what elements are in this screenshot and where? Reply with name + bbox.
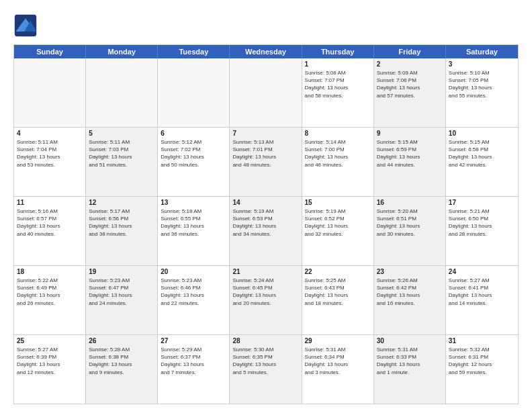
- calendar-cell-23: 23Sunrise: 5:26 AM Sunset: 6:42 PM Dayli…: [374, 266, 446, 334]
- cell-content: Sunrise: 5:13 AM Sunset: 7:01 PM Dayligh…: [232, 138, 298, 169]
- cell-content: Sunrise: 5:11 AM Sunset: 7:04 PM Dayligh…: [17, 138, 83, 169]
- day-number: 21: [232, 268, 298, 275]
- calendar-cell-19: 19Sunrise: 5:23 AM Sunset: 6:47 PM Dayli…: [86, 266, 158, 334]
- calendar-cell-26: 26Sunrise: 5:28 AM Sunset: 6:38 PM Dayli…: [86, 335, 158, 404]
- cell-content: Sunrise: 5:26 AM Sunset: 6:42 PM Dayligh…: [377, 277, 443, 307]
- calendar-cell-1: 1Sunrise: 5:08 AM Sunset: 7:07 PM Daylig…: [302, 58, 374, 127]
- calendar-cell-2: 2Sunrise: 5:09 AM Sunset: 7:06 PM Daylig…: [374, 58, 446, 127]
- day-number: 10: [449, 130, 515, 137]
- day-number: 8: [305, 130, 371, 137]
- header-day-sunday: Sunday: [14, 45, 86, 58]
- header-day-saturday: Saturday: [446, 45, 518, 58]
- cell-content: Sunrise: 5:23 AM Sunset: 6:47 PM Dayligh…: [89, 277, 154, 307]
- header-day-friday: Friday: [374, 45, 446, 58]
- calendar-cell-21: 21Sunrise: 5:24 AM Sunset: 6:45 PM Dayli…: [230, 266, 302, 334]
- calendar-row-3: 18Sunrise: 5:22 AM Sunset: 6:49 PM Dayli…: [14, 266, 518, 335]
- calendar-cell-22: 22Sunrise: 5:25 AM Sunset: 6:43 PM Dayli…: [302, 266, 374, 334]
- day-number: 4: [17, 130, 83, 137]
- day-number: 23: [377, 268, 443, 275]
- calendar-cell-11: 11Sunrise: 5:16 AM Sunset: 6:57 PM Dayli…: [14, 197, 86, 265]
- cell-content: Sunrise: 5:15 AM Sunset: 6:59 PM Dayligh…: [377, 138, 443, 169]
- calendar-cell-20: 20Sunrise: 5:23 AM Sunset: 6:46 PM Dayli…: [158, 266, 230, 334]
- calendar-cell-12: 12Sunrise: 5:17 AM Sunset: 6:56 PM Dayli…: [86, 197, 158, 265]
- cell-content: Sunrise: 5:15 AM Sunset: 6:58 PM Dayligh…: [449, 138, 515, 169]
- cell-content: Sunrise: 5:20 AM Sunset: 6:51 PM Dayligh…: [377, 208, 443, 238]
- day-number: 2: [377, 60, 443, 68]
- calendar-cell-15: 15Sunrise: 5:19 AM Sunset: 6:52 PM Dayli…: [302, 197, 374, 265]
- cell-content: Sunrise: 5:14 AM Sunset: 7:00 PM Dayligh…: [305, 138, 371, 169]
- day-number: 3: [449, 60, 515, 68]
- calendar-cell-24: 24Sunrise: 5:27 AM Sunset: 6:41 PM Dayli…: [446, 266, 518, 334]
- day-number: 25: [17, 337, 83, 345]
- cell-content: Sunrise: 5:22 AM Sunset: 6:49 PM Dayligh…: [17, 277, 83, 307]
- logo-icon: [13, 13, 38, 38]
- cell-content: Sunrise: 5:19 AM Sunset: 6:52 PM Dayligh…: [305, 208, 371, 238]
- calendar-cell-9: 9Sunrise: 5:15 AM Sunset: 6:59 PM Daylig…: [374, 128, 446, 196]
- cell-content: Sunrise: 5:21 AM Sunset: 6:50 PM Dayligh…: [449, 208, 515, 238]
- day-number: 13: [161, 199, 226, 206]
- calendar-cell-28: 28Sunrise: 5:30 AM Sunset: 6:35 PM Dayli…: [230, 335, 302, 404]
- calendar-cell-25: 25Sunrise: 5:27 AM Sunset: 6:39 PM Dayli…: [14, 335, 86, 404]
- calendar-cell-empty: [86, 58, 158, 127]
- cell-content: Sunrise: 5:30 AM Sunset: 6:35 PM Dayligh…: [232, 346, 298, 376]
- calendar-cell-7: 7Sunrise: 5:13 AM Sunset: 7:01 PM Daylig…: [230, 128, 302, 196]
- calendar-row-2: 11Sunrise: 5:16 AM Sunset: 6:57 PM Dayli…: [14, 197, 518, 266]
- calendar-cell-5: 5Sunrise: 5:11 AM Sunset: 7:03 PM Daylig…: [86, 128, 158, 196]
- day-number: 5: [89, 130, 154, 137]
- calendar-cell-27: 27Sunrise: 5:29 AM Sunset: 6:37 PM Dayli…: [158, 335, 230, 404]
- calendar-header: SundayMondayTuesdayWednesdayThursdayFrid…: [14, 45, 518, 58]
- calendar: SundayMondayTuesdayWednesdayThursdayFrid…: [13, 44, 519, 404]
- calendar-cell-empty: [158, 58, 230, 127]
- day-number: 28: [232, 337, 298, 345]
- day-number: 9: [377, 130, 443, 137]
- cell-content: Sunrise: 5:09 AM Sunset: 7:06 PM Dayligh…: [377, 69, 443, 99]
- calendar-cell-empty: [14, 58, 86, 127]
- cell-content: Sunrise: 5:24 AM Sunset: 6:45 PM Dayligh…: [232, 277, 298, 307]
- cell-content: Sunrise: 5:08 AM Sunset: 7:07 PM Dayligh…: [305, 69, 371, 99]
- logo: [13, 13, 40, 38]
- calendar-cell-18: 18Sunrise: 5:22 AM Sunset: 6:49 PM Dayli…: [14, 266, 86, 334]
- calendar-cell-31: 31Sunrise: 5:32 AM Sunset: 6:31 PM Dayli…: [446, 335, 518, 404]
- cell-content: Sunrise: 5:25 AM Sunset: 6:43 PM Dayligh…: [305, 277, 371, 307]
- header-day-thursday: Thursday: [302, 45, 374, 58]
- calendar-cell-13: 13Sunrise: 5:18 AM Sunset: 6:55 PM Dayli…: [158, 197, 230, 265]
- cell-content: Sunrise: 5:27 AM Sunset: 6:41 PM Dayligh…: [449, 277, 515, 307]
- calendar-body: 1Sunrise: 5:08 AM Sunset: 7:07 PM Daylig…: [14, 58, 518, 404]
- cell-content: Sunrise: 5:27 AM Sunset: 6:39 PM Dayligh…: [17, 346, 83, 376]
- day-number: 12: [89, 199, 154, 206]
- day-number: 11: [17, 199, 83, 206]
- page: SundayMondayTuesdayWednesdayThursdayFrid…: [0, 0, 532, 411]
- cell-content: Sunrise: 5:10 AM Sunset: 7:05 PM Dayligh…: [449, 69, 515, 99]
- calendar-cell-3: 3Sunrise: 5:10 AM Sunset: 7:05 PM Daylig…: [446, 58, 518, 127]
- cell-content: Sunrise: 5:32 AM Sunset: 6:31 PM Dayligh…: [449, 346, 515, 376]
- day-number: 24: [449, 268, 515, 275]
- day-number: 22: [305, 268, 371, 275]
- cell-content: Sunrise: 5:31 AM Sunset: 6:34 PM Dayligh…: [305, 346, 371, 376]
- cell-content: Sunrise: 5:16 AM Sunset: 6:57 PM Dayligh…: [17, 208, 83, 238]
- cell-content: Sunrise: 5:11 AM Sunset: 7:03 PM Dayligh…: [89, 138, 154, 169]
- cell-content: Sunrise: 5:18 AM Sunset: 6:55 PM Dayligh…: [161, 208, 226, 238]
- header-day-wednesday: Wednesday: [230, 45, 302, 58]
- day-number: 7: [232, 130, 298, 137]
- cell-content: Sunrise: 5:28 AM Sunset: 6:38 PM Dayligh…: [89, 346, 154, 376]
- calendar-cell-16: 16Sunrise: 5:20 AM Sunset: 6:51 PM Dayli…: [374, 197, 446, 265]
- day-number: 1: [305, 60, 371, 68]
- day-number: 31: [449, 337, 515, 345]
- day-number: 29: [305, 337, 371, 345]
- cell-content: Sunrise: 5:31 AM Sunset: 6:33 PM Dayligh…: [377, 346, 443, 376]
- cell-content: Sunrise: 5:23 AM Sunset: 6:46 PM Dayligh…: [161, 277, 226, 307]
- day-number: 14: [232, 199, 298, 206]
- day-number: 15: [305, 199, 371, 206]
- calendar-row-1: 4Sunrise: 5:11 AM Sunset: 7:04 PM Daylig…: [14, 128, 518, 197]
- header: [13, 13, 519, 38]
- header-day-tuesday: Tuesday: [158, 45, 230, 58]
- day-number: 17: [449, 199, 515, 206]
- header-day-monday: Monday: [86, 45, 158, 58]
- calendar-cell-4: 4Sunrise: 5:11 AM Sunset: 7:04 PM Daylig…: [14, 128, 86, 196]
- cell-content: Sunrise: 5:12 AM Sunset: 7:02 PM Dayligh…: [161, 138, 226, 169]
- day-number: 26: [89, 337, 154, 345]
- cell-content: Sunrise: 5:17 AM Sunset: 6:56 PM Dayligh…: [89, 208, 154, 238]
- calendar-cell-14: 14Sunrise: 5:19 AM Sunset: 6:53 PM Dayli…: [230, 197, 302, 265]
- cell-content: Sunrise: 5:29 AM Sunset: 6:37 PM Dayligh…: [161, 346, 226, 376]
- calendar-cell-10: 10Sunrise: 5:15 AM Sunset: 6:58 PM Dayli…: [446, 128, 518, 196]
